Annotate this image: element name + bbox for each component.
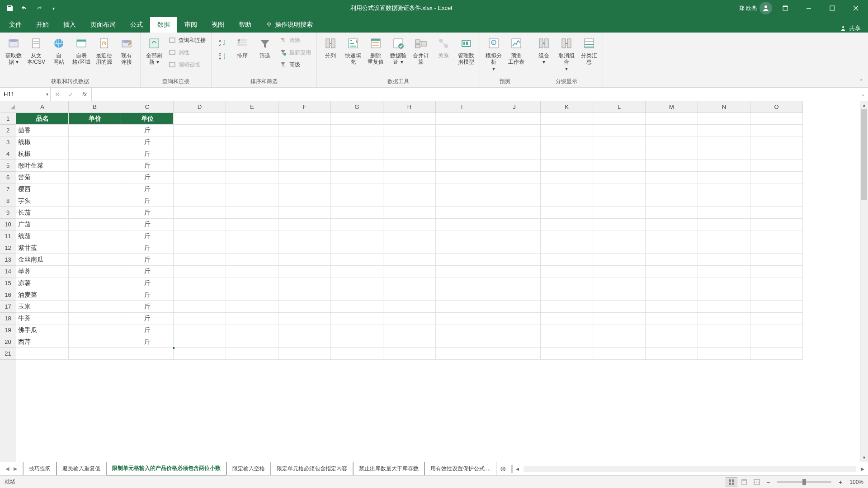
g5-btn-0[interactable]: ?模拟分析 ▾	[483, 34, 505, 77]
cell-M21[interactable]	[646, 348, 698, 360]
cell-H18[interactable]	[383, 313, 436, 324]
col-header-N[interactable]: N	[698, 101, 750, 113]
undo-button[interactable]	[18, 2, 31, 14]
cell-G6[interactable]	[331, 172, 383, 183]
zoom-in-button[interactable]: +	[836, 479, 845, 486]
cell-B6[interactable]	[69, 172, 121, 183]
cell-A5[interactable]: 散叶生菜	[16, 160, 69, 172]
col-header-G[interactable]: G	[331, 101, 383, 113]
cell-B2[interactable]	[69, 125, 121, 136]
cell-K21[interactable]	[541, 348, 593, 360]
cell-H16[interactable]	[383, 289, 436, 301]
cell-F12[interactable]	[278, 242, 331, 254]
cell-G13[interactable]	[331, 254, 383, 266]
cell-N2[interactable]	[698, 125, 750, 136]
cell-C3[interactable]: 斤	[121, 136, 174, 148]
cell-K6[interactable]	[541, 172, 593, 183]
cell-A1[interactable]: 品名	[16, 113, 69, 125]
cell-K9[interactable]	[541, 207, 593, 219]
cell-J4[interactable]	[488, 148, 541, 160]
cell-F4[interactable]	[278, 148, 331, 160]
cell-O9[interactable]	[750, 207, 803, 219]
row-header-13[interactable]: 13	[0, 254, 16, 266]
cell-C6[interactable]: 斤	[121, 172, 174, 183]
cell-D2[interactable]	[174, 125, 226, 136]
cell-L5[interactable]	[593, 160, 646, 172]
cell-G11[interactable]	[331, 230, 383, 242]
cell-G18[interactable]	[331, 313, 383, 324]
cell-D1[interactable]	[174, 113, 226, 125]
cell-B15[interactable]	[69, 277, 121, 289]
cell-O17[interactable]	[750, 301, 803, 313]
enter-formula-button[interactable]: ✓	[64, 91, 78, 98]
cell-M16[interactable]	[646, 289, 698, 301]
cell-B3[interactable]	[69, 136, 121, 148]
cell-N5[interactable]	[698, 160, 750, 172]
cell-O10[interactable]	[750, 219, 803, 230]
cell-O19[interactable]	[750, 324, 803, 336]
cell-I3[interactable]	[436, 136, 488, 148]
cell-H3[interactable]	[383, 136, 436, 148]
cell-I4[interactable]	[436, 148, 488, 160]
cell-E15[interactable]	[226, 277, 278, 289]
col-header-M[interactable]: M	[646, 101, 698, 113]
share-button[interactable]: 共享	[840, 24, 866, 33]
cell-D20[interactable]	[174, 336, 226, 348]
sheet-tab-2[interactable]: 限制单元格输入的产品价格必须包含两位小数	[106, 462, 226, 475]
cell-H10[interactable]	[383, 219, 436, 230]
tab-视图[interactable]: 视图	[204, 17, 231, 33]
cell-I8[interactable]	[436, 195, 488, 207]
cell-G12[interactable]	[331, 242, 383, 254]
cell-I5[interactable]	[436, 160, 488, 172]
cell-N12[interactable]	[698, 242, 750, 254]
cell-G19[interactable]	[331, 324, 383, 336]
tab-开始[interactable]: 开始	[29, 17, 56, 33]
cell-M9[interactable]	[646, 207, 698, 219]
new-sheet-button[interactable]: ⊕	[496, 462, 509, 475]
sort-button[interactable]: AZ排序	[231, 34, 253, 77]
cell-D16[interactable]	[174, 289, 226, 301]
row-header-21[interactable]: 21	[0, 348, 16, 360]
cell-F7[interactable]	[278, 183, 331, 195]
cell-C18[interactable]: 斤	[121, 313, 174, 324]
cell-K19[interactable]	[541, 324, 593, 336]
cell-F15[interactable]	[278, 277, 331, 289]
cell-N17[interactable]	[698, 301, 750, 313]
cell-I6[interactable]	[436, 172, 488, 183]
cell-E14[interactable]	[226, 266, 278, 277]
cell-C2[interactable]: 斤	[121, 125, 174, 136]
cell-B21[interactable]	[69, 348, 121, 360]
cell-N15[interactable]	[698, 277, 750, 289]
cell-O4[interactable]	[750, 148, 803, 160]
cell-J9[interactable]	[488, 207, 541, 219]
sheet-tab-3[interactable]: 限定输入空格	[226, 462, 271, 475]
cell-E16[interactable]	[226, 289, 278, 301]
sort-asc-button[interactable]: AZ	[216, 36, 229, 49]
cell-I15[interactable]	[436, 277, 488, 289]
cell-D14[interactable]	[174, 266, 226, 277]
sheet-tab-0[interactable]: 技巧提纲	[23, 462, 57, 475]
col-header-I[interactable]: I	[436, 101, 488, 113]
cell-M4[interactable]	[646, 148, 698, 160]
cell-B10[interactable]	[69, 219, 121, 230]
cell-D5[interactable]	[174, 160, 226, 172]
cell-N19[interactable]	[698, 324, 750, 336]
fill-handle[interactable]	[172, 347, 175, 349]
cell-C21[interactable]	[121, 348, 174, 360]
cell-E21[interactable]	[226, 348, 278, 360]
cell-J14[interactable]	[488, 266, 541, 277]
cell-A21[interactable]	[16, 348, 69, 360]
cell-K18[interactable]	[541, 313, 593, 324]
cell-H14[interactable]	[383, 266, 436, 277]
tab-公式[interactable]: 公式	[123, 17, 150, 33]
cell-E7[interactable]	[226, 183, 278, 195]
tell-me-search[interactable]: 操作说明搜索	[259, 17, 320, 33]
g3-item-1[interactable]: 重新应用	[277, 47, 314, 58]
cell-E10[interactable]	[226, 219, 278, 230]
cell-D21[interactable]	[174, 348, 226, 360]
row-header-14[interactable]: 14	[0, 266, 16, 277]
cell-J20[interactable]	[488, 336, 541, 348]
cell-J11[interactable]	[488, 230, 541, 242]
cell-G9[interactable]	[331, 207, 383, 219]
cell-E20[interactable]	[226, 336, 278, 348]
